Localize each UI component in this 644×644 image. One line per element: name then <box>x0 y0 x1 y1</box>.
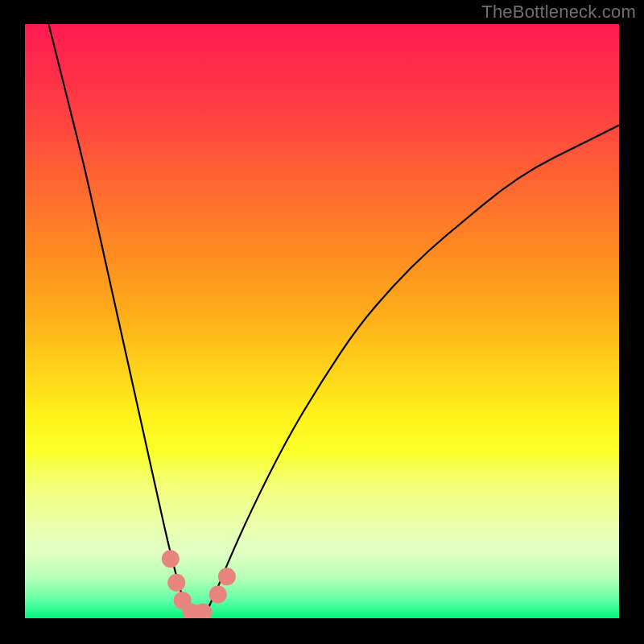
marker-dot <box>209 586 227 604</box>
marker-group <box>162 550 236 618</box>
curve-left <box>49 24 192 618</box>
curve-right <box>203 125 619 618</box>
curve-layer <box>25 24 619 618</box>
marker-dot <box>162 550 180 568</box>
plot-area <box>25 24 619 618</box>
watermark-text: TheBottleneck.com <box>481 2 636 23</box>
marker-dot <box>218 568 236 585</box>
marker-dot <box>167 574 185 592</box>
chart-frame: TheBottleneck.com <box>0 0 644 644</box>
